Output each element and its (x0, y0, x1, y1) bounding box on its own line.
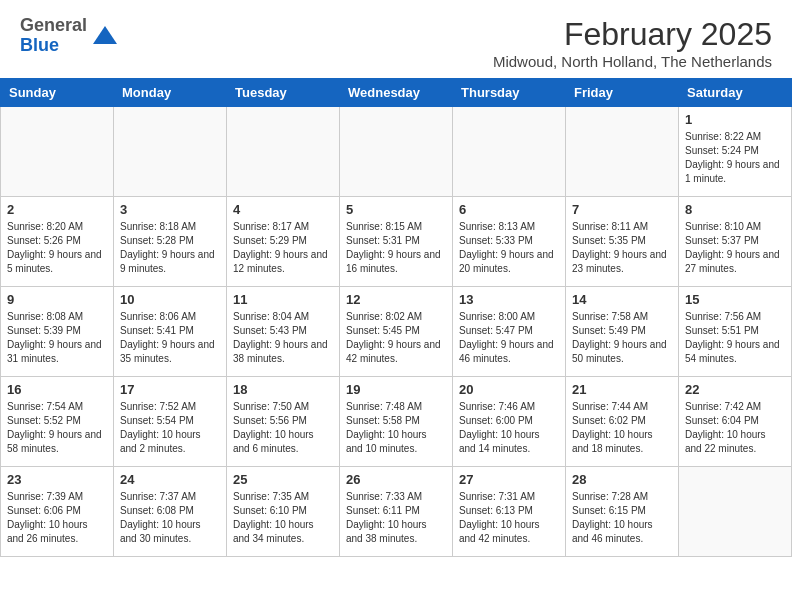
calendar-cell: 9Sunrise: 8:08 AM Sunset: 5:39 PM Daylig… (1, 287, 114, 377)
day-number: 10 (120, 292, 220, 307)
day-info: Sunrise: 8:17 AM Sunset: 5:29 PM Dayligh… (233, 220, 333, 276)
day-number: 7 (572, 202, 672, 217)
calendar-cell: 17Sunrise: 7:52 AM Sunset: 5:54 PM Dayli… (114, 377, 227, 467)
calendar-cell: 1Sunrise: 8:22 AM Sunset: 5:24 PM Daylig… (679, 107, 792, 197)
week-row-4: 16Sunrise: 7:54 AM Sunset: 5:52 PM Dayli… (1, 377, 792, 467)
day-info: Sunrise: 7:48 AM Sunset: 5:58 PM Dayligh… (346, 400, 446, 456)
day-info: Sunrise: 7:44 AM Sunset: 6:02 PM Dayligh… (572, 400, 672, 456)
day-info: Sunrise: 7:35 AM Sunset: 6:10 PM Dayligh… (233, 490, 333, 546)
week-row-3: 9Sunrise: 8:08 AM Sunset: 5:39 PM Daylig… (1, 287, 792, 377)
calendar-cell: 3Sunrise: 8:18 AM Sunset: 5:28 PM Daylig… (114, 197, 227, 287)
day-info: Sunrise: 8:06 AM Sunset: 5:41 PM Dayligh… (120, 310, 220, 366)
calendar-cell: 25Sunrise: 7:35 AM Sunset: 6:10 PM Dayli… (227, 467, 340, 557)
day-info: Sunrise: 7:31 AM Sunset: 6:13 PM Dayligh… (459, 490, 559, 546)
page-header: General Blue February 2025 Midwoud, Nort… (0, 0, 792, 78)
day-number: 1 (685, 112, 785, 127)
day-number: 17 (120, 382, 220, 397)
calendar-cell (114, 107, 227, 197)
calendar-cell: 19Sunrise: 7:48 AM Sunset: 5:58 PM Dayli… (340, 377, 453, 467)
calendar-cell: 15Sunrise: 7:56 AM Sunset: 5:51 PM Dayli… (679, 287, 792, 377)
day-info: Sunrise: 7:28 AM Sunset: 6:15 PM Dayligh… (572, 490, 672, 546)
day-info: Sunrise: 8:04 AM Sunset: 5:43 PM Dayligh… (233, 310, 333, 366)
day-number: 28 (572, 472, 672, 487)
day-number: 15 (685, 292, 785, 307)
day-number: 3 (120, 202, 220, 217)
calendar-cell: 6Sunrise: 8:13 AM Sunset: 5:33 PM Daylig… (453, 197, 566, 287)
day-number: 19 (346, 382, 446, 397)
svg-marker-0 (93, 26, 117, 44)
calendar-cell: 26Sunrise: 7:33 AM Sunset: 6:11 PM Dayli… (340, 467, 453, 557)
weekday-header-friday: Friday (566, 79, 679, 107)
day-info: Sunrise: 8:02 AM Sunset: 5:45 PM Dayligh… (346, 310, 446, 366)
calendar-cell: 11Sunrise: 8:04 AM Sunset: 5:43 PM Dayli… (227, 287, 340, 377)
day-info: Sunrise: 8:13 AM Sunset: 5:33 PM Dayligh… (459, 220, 559, 276)
day-info: Sunrise: 8:22 AM Sunset: 5:24 PM Dayligh… (685, 130, 785, 186)
day-info: Sunrise: 7:58 AM Sunset: 5:49 PM Dayligh… (572, 310, 672, 366)
weekday-header-row: SundayMondayTuesdayWednesdayThursdayFrid… (1, 79, 792, 107)
logo: General Blue (20, 16, 119, 56)
day-info: Sunrise: 7:46 AM Sunset: 6:00 PM Dayligh… (459, 400, 559, 456)
week-row-2: 2Sunrise: 8:20 AM Sunset: 5:26 PM Daylig… (1, 197, 792, 287)
calendar-table: SundayMondayTuesdayWednesdayThursdayFrid… (0, 78, 792, 557)
logo-icon (91, 22, 119, 50)
calendar-cell: 8Sunrise: 8:10 AM Sunset: 5:37 PM Daylig… (679, 197, 792, 287)
calendar-cell (1, 107, 114, 197)
day-info: Sunrise: 8:00 AM Sunset: 5:47 PM Dayligh… (459, 310, 559, 366)
weekday-header-thursday: Thursday (453, 79, 566, 107)
day-number: 16 (7, 382, 107, 397)
day-info: Sunrise: 7:37 AM Sunset: 6:08 PM Dayligh… (120, 490, 220, 546)
calendar-cell: 10Sunrise: 8:06 AM Sunset: 5:41 PM Dayli… (114, 287, 227, 377)
calendar-cell: 7Sunrise: 8:11 AM Sunset: 5:35 PM Daylig… (566, 197, 679, 287)
week-row-1: 1Sunrise: 8:22 AM Sunset: 5:24 PM Daylig… (1, 107, 792, 197)
day-info: Sunrise: 8:18 AM Sunset: 5:28 PM Dayligh… (120, 220, 220, 276)
calendar-cell (453, 107, 566, 197)
day-number: 6 (459, 202, 559, 217)
calendar-cell: 5Sunrise: 8:15 AM Sunset: 5:31 PM Daylig… (340, 197, 453, 287)
calendar-cell (679, 467, 792, 557)
calendar-cell: 27Sunrise: 7:31 AM Sunset: 6:13 PM Dayli… (453, 467, 566, 557)
day-info: Sunrise: 8:15 AM Sunset: 5:31 PM Dayligh… (346, 220, 446, 276)
day-info: Sunrise: 8:08 AM Sunset: 5:39 PM Dayligh… (7, 310, 107, 366)
calendar-cell: 21Sunrise: 7:44 AM Sunset: 6:02 PM Dayli… (566, 377, 679, 467)
calendar-cell: 20Sunrise: 7:46 AM Sunset: 6:00 PM Dayli… (453, 377, 566, 467)
calendar-cell (566, 107, 679, 197)
calendar-cell (227, 107, 340, 197)
logo-general-text: General (20, 15, 87, 35)
day-number: 26 (346, 472, 446, 487)
day-info: Sunrise: 7:42 AM Sunset: 6:04 PM Dayligh… (685, 400, 785, 456)
calendar-cell: 22Sunrise: 7:42 AM Sunset: 6:04 PM Dayli… (679, 377, 792, 467)
day-number: 5 (346, 202, 446, 217)
day-info: Sunrise: 7:54 AM Sunset: 5:52 PM Dayligh… (7, 400, 107, 456)
day-number: 25 (233, 472, 333, 487)
day-info: Sunrise: 8:20 AM Sunset: 5:26 PM Dayligh… (7, 220, 107, 276)
day-number: 8 (685, 202, 785, 217)
day-number: 11 (233, 292, 333, 307)
weekday-header-wednesday: Wednesday (340, 79, 453, 107)
location-text: Midwoud, North Holland, The Netherlands (493, 53, 772, 70)
day-number: 9 (7, 292, 107, 307)
calendar-cell: 24Sunrise: 7:37 AM Sunset: 6:08 PM Dayli… (114, 467, 227, 557)
day-number: 27 (459, 472, 559, 487)
day-number: 21 (572, 382, 672, 397)
week-row-5: 23Sunrise: 7:39 AM Sunset: 6:06 PM Dayli… (1, 467, 792, 557)
calendar-cell: 12Sunrise: 8:02 AM Sunset: 5:45 PM Dayli… (340, 287, 453, 377)
title-block: February 2025 Midwoud, North Holland, Th… (493, 16, 772, 70)
calendar-cell: 13Sunrise: 8:00 AM Sunset: 5:47 PM Dayli… (453, 287, 566, 377)
calendar-cell: 4Sunrise: 8:17 AM Sunset: 5:29 PM Daylig… (227, 197, 340, 287)
weekday-header-sunday: Sunday (1, 79, 114, 107)
month-title: February 2025 (493, 16, 772, 53)
day-number: 2 (7, 202, 107, 217)
day-number: 4 (233, 202, 333, 217)
day-info: Sunrise: 7:39 AM Sunset: 6:06 PM Dayligh… (7, 490, 107, 546)
day-number: 12 (346, 292, 446, 307)
calendar-cell: 18Sunrise: 7:50 AM Sunset: 5:56 PM Dayli… (227, 377, 340, 467)
day-info: Sunrise: 8:11 AM Sunset: 5:35 PM Dayligh… (572, 220, 672, 276)
day-info: Sunrise: 7:56 AM Sunset: 5:51 PM Dayligh… (685, 310, 785, 366)
weekday-header-tuesday: Tuesday (227, 79, 340, 107)
calendar-cell: 28Sunrise: 7:28 AM Sunset: 6:15 PM Dayli… (566, 467, 679, 557)
day-number: 23 (7, 472, 107, 487)
calendar-cell (340, 107, 453, 197)
weekday-header-monday: Monday (114, 79, 227, 107)
day-number: 20 (459, 382, 559, 397)
day-number: 14 (572, 292, 672, 307)
